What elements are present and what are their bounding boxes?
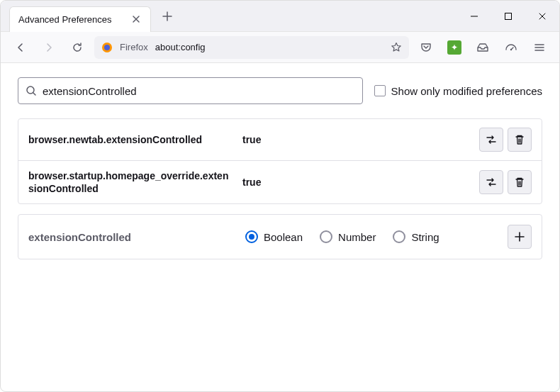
pref-value: true (242, 134, 471, 145)
radio-icon (320, 230, 332, 243)
svg-rect-0 (505, 13, 512, 19)
add-pref-button[interactable] (508, 225, 532, 249)
navbar: Firefox about:config ✦ (1, 32, 559, 63)
bookmark-star-icon[interactable] (391, 42, 402, 53)
svg-point-3 (510, 48, 512, 50)
pref-row: browser.startup.homepage_override.extens… (18, 161, 542, 203)
dashboard-icon[interactable] (500, 36, 522, 59)
pref-row: browser.newtab.extensionControlled true (18, 119, 542, 161)
close-window-button[interactable] (525, 1, 559, 32)
checkbox-icon (374, 85, 386, 96)
delete-button[interactable] (508, 170, 532, 194)
minimize-button[interactable] (457, 1, 491, 32)
url-text: about:config (155, 42, 383, 52)
show-modified-checkbox[interactable]: Show only modified preferences (374, 85, 542, 97)
tab-title: Advanced Preferences (18, 14, 123, 25)
search-icon (26, 85, 37, 96)
radio-icon (393, 230, 405, 243)
radio-label: Number (338, 231, 376, 243)
close-tab-icon[interactable] (130, 13, 142, 25)
about-config-content: Show only modified preferences browser.n… (1, 63, 559, 274)
pocket-icon[interactable] (415, 36, 437, 59)
toggle-button[interactable] (479, 170, 503, 194)
new-tab-button[interactable] (157, 6, 178, 27)
type-string-radio[interactable]: String (393, 230, 439, 243)
search-row: Show only modified preferences (18, 77, 542, 104)
pref-name: browser.startup.homepage_override.extens… (28, 169, 234, 195)
pref-name: browser.newtab.extensionControlled (28, 133, 234, 146)
search-input[interactable] (43, 85, 355, 97)
inbox-icon[interactable] (471, 36, 494, 59)
svg-point-2 (104, 45, 110, 50)
firefox-logo-icon (101, 42, 113, 53)
new-pref-name: extensionControlled (28, 231, 234, 243)
window-controls (457, 1, 559, 32)
delete-button[interactable] (508, 128, 532, 152)
search-box[interactable] (18, 77, 363, 104)
radio-label: Boolean (264, 231, 303, 243)
pref-actions (479, 170, 532, 194)
type-boolean-radio[interactable]: Boolean (245, 230, 303, 243)
radio-icon (245, 230, 258, 243)
preferences-table: browser.newtab.extensionControlled true … (18, 118, 542, 204)
new-pref-row: extensionControlled Boolean Number Strin… (18, 214, 542, 259)
radio-label: String (411, 231, 439, 243)
back-button[interactable] (9, 36, 32, 59)
titlebar: Advanced Preferences (1, 1, 559, 32)
toggle-button[interactable] (479, 128, 503, 152)
browser-tab[interactable]: Advanced Preferences (9, 6, 151, 32)
extension-icon[interactable]: ✦ (443, 36, 466, 59)
reload-button[interactable] (66, 36, 89, 59)
maximize-button[interactable] (491, 1, 525, 32)
url-context: Firefox (120, 42, 148, 52)
type-number-radio[interactable]: Number (320, 230, 376, 243)
address-bar[interactable]: Firefox about:config (94, 36, 409, 59)
type-radio-group: Boolean Number String (245, 230, 496, 243)
pref-value: true (242, 177, 471, 188)
pref-actions (479, 128, 532, 152)
menu-button[interactable] (528, 36, 551, 59)
checkbox-label: Show only modified preferences (391, 85, 542, 97)
forward-button[interactable] (38, 36, 60, 59)
